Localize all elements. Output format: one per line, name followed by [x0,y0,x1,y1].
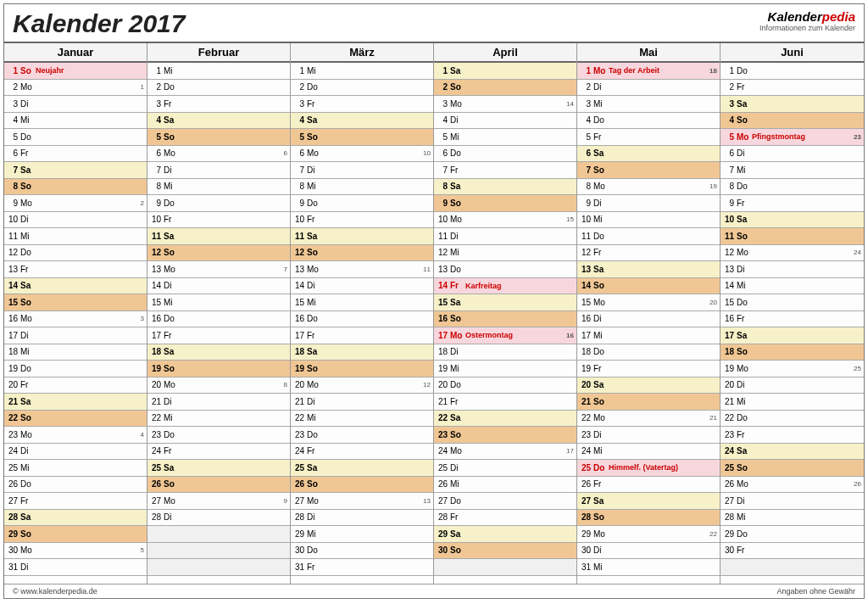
day-number: 19 [437,364,450,373]
day-number: 5 [293,132,307,142]
weekday: Do [307,199,322,208]
weekday: Fr [737,199,752,208]
day-number: 24 [293,446,307,456]
day-row: 13Di [721,261,864,278]
day-row: 11So [721,228,864,245]
day-number: 24 [723,446,737,456]
weekday: Di [737,265,752,274]
day-number: 28 [437,512,450,522]
day-number: 27 [150,496,164,506]
day-row: 25DoHimmelf. (Vatertag) [577,460,720,477]
week-number: 21 [709,414,717,422]
weekday: Do [450,148,465,158]
day-row: 10Fr [291,212,433,229]
holiday-name: Karfreitag [465,282,574,290]
day-row: 1Mi [291,63,433,80]
day-number: 25 [150,463,164,473]
day-number: 4 [293,115,307,125]
day-row: 25Di [434,460,576,477]
day-number: 7 [7,165,20,175]
day-row: 15Mo20 [577,294,720,311]
day-row: 27Do [434,493,576,510]
day-number: 4 [437,115,450,125]
day-row: 2Do [291,80,433,97]
day-row: 26Mi [434,477,576,494]
day-row: 31Mi [577,559,720,576]
day-number: 30 [723,545,737,555]
weekday: Fr [164,331,179,340]
week-number: 9 [284,497,287,505]
day-row: 31Fr [291,559,433,576]
day-number: 21 [7,397,20,406]
day-row: 24Mi [577,444,720,461]
weekday: Sa [307,115,322,125]
day-row: 2Mo1 [4,80,147,97]
weekday: Mo [737,132,752,142]
day-number: 24 [580,446,593,456]
weekday: Do [20,479,36,489]
day-number: 9 [580,199,593,208]
day-row: 21Fr [434,394,576,411]
day-number: 1 [293,66,307,76]
day-number: 17 [293,331,307,340]
weekday: Di [20,215,36,224]
footer: © www.kalenderpedia.de Angaben ohne Gewä… [4,584,864,598]
day-row: 28Sa [4,510,147,527]
brand: Kalenderpedia Informationen zum Kalender [760,9,855,32]
day-row: 1Mi [147,63,290,80]
day-row: 29Sa [434,526,576,543]
day-number: 6 [723,148,737,158]
day-number: 26 [293,479,307,489]
weekday: Mo [20,314,36,323]
weekday: Sa [450,182,465,191]
day-number: 25 [293,463,307,473]
week-number: 2 [141,199,144,207]
holiday-name: Tag der Arbeit [609,66,717,75]
day-row: 18Do [577,344,720,361]
month-header: April [434,43,576,63]
day-row: 12Mi [434,245,576,262]
day-row [721,559,864,576]
day-row: 5MoPfingstmontag23 [721,129,864,146]
day-row: 22So [4,411,147,428]
weekday: Do [737,298,752,307]
weekday: Mi [737,165,752,175]
day-row: 23So [434,427,576,444]
day-number: 4 [580,115,593,125]
weekday: Fr [307,562,322,572]
day-number: 6 [437,148,450,158]
weekday: Mo [20,430,36,439]
month-column: Januar1SoNeujahr2Mo13Di4Mi5Do6Fr7Sa8So9M… [4,43,147,584]
weekday: Sa [20,397,36,406]
day-number: 16 [293,314,307,323]
day-row: 11Sa [147,228,290,245]
day-number: 22 [293,413,307,422]
weekday: Mi [20,115,36,125]
month-header: Mai [577,43,720,63]
weekday: Mi [164,413,179,422]
weekday: Sa [450,413,465,422]
day-row: 2Di [577,80,720,97]
day-number: 21 [437,397,450,406]
day-row: 1Sa [434,63,576,80]
day-number: 13 [437,265,450,274]
day-row: 26Fr [577,477,720,494]
weekday: Sa [593,265,609,274]
day-number: 31 [7,562,20,572]
day-row: 23Mo4 [4,427,147,444]
weekday: Fr [20,148,36,158]
weekday: Fr [164,99,179,109]
weekday: Do [307,430,322,439]
header: Kalender 2017 Kalenderpedia Informatione… [4,4,864,42]
day-number: 28 [150,512,164,522]
day-row: 6Fr [4,146,147,163]
day-row: 20Mo8 [147,378,290,394]
day-row: 31Di [4,559,147,576]
week-number: 1 [141,83,144,91]
day-row: 29Do [721,526,864,543]
weekday: Fr [20,496,36,506]
day-row: 7Fr [434,162,576,179]
day-row: 27Mo9 [147,493,290,510]
day-number: 12 [723,248,737,257]
day-number: 19 [293,364,307,373]
